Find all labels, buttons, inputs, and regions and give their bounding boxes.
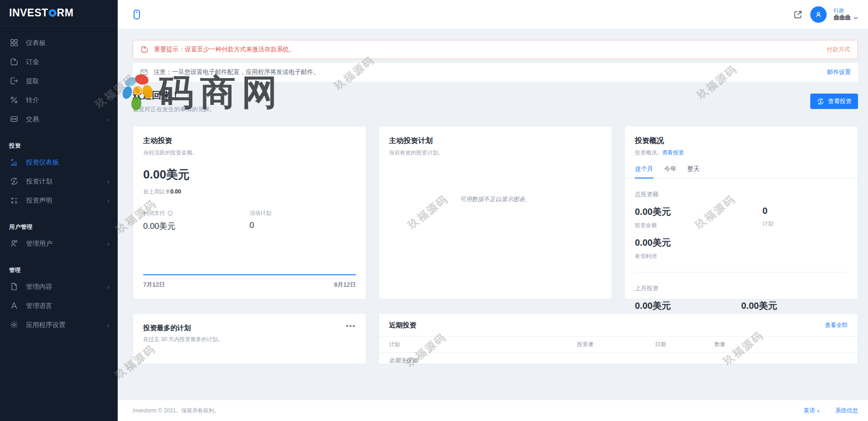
sidebar: INVESTRM 仪表板 订金 提取 转介 (0, 0, 118, 421)
sidebar-item-referrals[interactable]: 转介 (0, 90, 118, 109)
sidebar-item-invest-dashboard[interactable]: 投资仪表板 (0, 153, 118, 172)
active-investment-card: 主动投资 当前活跃的投资金额。 0.00美元 自上周以来0.00 利润支付 0.… (133, 126, 366, 299)
chevron-right-icon: › (107, 178, 110, 185)
email-alert-text: 注意：一旦您设置电子邮件配置，应用程序将发送电子邮件。 (154, 68, 319, 76)
tab-this-month[interactable]: 这个月 (635, 165, 653, 178)
chevron-right-icon: › (107, 116, 110, 123)
recent-investments-card: 近期投资 查看全部 计划 投资者 日期 数量 近期无投资! (379, 313, 858, 364)
mail-icon (140, 68, 148, 76)
logo-o-ring (49, 9, 56, 17)
gear-icon (9, 320, 19, 330)
user-menu[interactable]: 行政 曲曲曲 (834, 7, 858, 22)
col-investor: 投资者 (577, 341, 655, 348)
language-selector[interactable]: 英语∧ (803, 407, 820, 415)
caret-up-icon: ∧ (817, 409, 820, 413)
external-link-icon[interactable] (793, 10, 803, 20)
total-invested-label: 总投资额 (635, 190, 848, 198)
sidebar-item-deposits[interactable]: 订金 (0, 52, 118, 71)
view-all-link[interactable]: 查看全部 (825, 322, 848, 329)
sidebar-item-label: 订金 (26, 58, 39, 66)
sidebar-section-manage: 管理 (0, 267, 118, 274)
user-name: 曲曲曲 (834, 14, 851, 22)
card-subtitle: 在过去 30 天内投资最多的计划。 (143, 336, 223, 343)
chart-date-start: 7月12日 (143, 281, 165, 289)
footer: Investorm © 2021。保留所有权利。 英语∧ 系统信息 (118, 400, 868, 421)
percent-icon (9, 95, 19, 105)
card-title: 主动投资计划 (389, 136, 602, 146)
empty-chart-message: 可用数据不足以显示图表。 (389, 195, 602, 203)
invested-amount-label: 投资金额 (635, 222, 763, 229)
payment-methods-link[interactable]: 付款方式 (827, 45, 850, 54)
top-plans-card: 投资最多的计划 在过去 30 天内投资最多的计划。 ••• (133, 313, 366, 364)
investment-overview-card: 投资概况 投资概况。查看投资 这个月 今年 整天 总投资额 0.00美元 投资金… (624, 126, 858, 299)
page-subtitle: 这是对正在发生的事情的见解。 (133, 105, 215, 114)
plans-count-value: 0 (763, 206, 848, 216)
card-subtitle: 当前有效的投资计划。 (389, 149, 602, 157)
more-menu-icon[interactable]: ••• (346, 324, 356, 328)
paid-profit-value: 0.00美元 (635, 237, 763, 249)
logo-text-pre: INVEST (9, 7, 48, 19)
sidebar-item-label: 应用程序设置 (26, 321, 65, 329)
user-icon (9, 238, 19, 248)
sidebar-item-manage-content[interactable]: 管理内容 › (0, 277, 118, 296)
active-investment-amount: 0.00美元 (143, 167, 356, 183)
deposit-alert-icon (140, 45, 149, 54)
card-subtitle: 投资概况。 (635, 149, 662, 156)
sidebar-item-label: 管理用户 (26, 239, 52, 248)
sidebar-item-manage-language[interactable]: 管理语言 (0, 296, 118, 315)
logo-text-post: RM (57, 7, 74, 19)
paid-profit-label: 有偿利润 (635, 253, 763, 260)
lm-profit-value: 0.00美元 (741, 300, 848, 312)
copyright-text: Investorm © 2021。保留所有权利。 (133, 407, 219, 415)
email-alert: 注意：一旦您设置电子邮件配置，应用程序将发送电子邮件。 邮件设置 (133, 63, 858, 82)
sidebar-item-invest-plans[interactable]: $ 投资计划 › (0, 172, 118, 191)
since-value: 0.00 (170, 188, 181, 195)
active-plans-label: 活动计划 (249, 209, 271, 217)
info-icon[interactable] (167, 210, 173, 216)
sidebar-item-withdrawals[interactable]: 提取 (0, 71, 118, 90)
sidebar-item-label: 管理内容 (26, 282, 52, 291)
avatar[interactable] (810, 6, 827, 23)
sidebar-item-label: 管理语言 (26, 302, 52, 310)
since-label: 自上周以来 (143, 188, 170, 195)
view-investments-link[interactable]: 查看投资 (662, 149, 684, 156)
sparkline-chart (143, 274, 356, 275)
sidebar-item-manage-users[interactable]: 管理用户 › (0, 234, 118, 253)
chevron-right-icon: › (107, 283, 110, 290)
plans-count-label: 计划 (763, 220, 848, 228)
sidebar-item-label: 交易 (26, 115, 39, 124)
col-plan: 计划 (389, 341, 577, 348)
col-date: 日期 (655, 341, 714, 348)
sidebar-toggle-icon[interactable] (132, 9, 142, 22)
sidebar-item-label: 投资仪表板 (26, 158, 59, 167)
tab-this-year[interactable]: 今年 (664, 165, 677, 178)
card-title: 投资概况 (635, 136, 848, 146)
chart-bars-icon (9, 157, 19, 167)
sidebar-item-dashboard[interactable]: 仪表板 (0, 33, 118, 52)
profit-paid-value: 0.00美元 (143, 221, 249, 232)
calc-icon (9, 195, 19, 205)
dashboard-icon (9, 38, 19, 48)
system-info-link[interactable]: 系统信息 (835, 407, 858, 415)
view-investments-button[interactable]: $ 查看投资 (810, 94, 858, 109)
chevron-right-icon: › (107, 322, 110, 328)
overview-tabs: 这个月 今年 整天 (625, 165, 858, 178)
tab-all-time[interactable]: 整天 (688, 165, 700, 178)
chevron-right-icon: › (107, 197, 110, 204)
divider (635, 272, 848, 272)
chart-date-end: 8月12日 (334, 281, 356, 289)
refresh-dollar-icon: $ (9, 176, 19, 186)
sidebar-item-invest-statements[interactable]: 投资声明 › (0, 191, 118, 210)
chevron-right-icon: › (107, 240, 110, 247)
email-settings-link[interactable]: 邮件设置 (827, 68, 851, 76)
payment-alert: 重要提示：设置至少一种付款方式来激活存款系统。 付款方式 (133, 40, 858, 59)
sidebar-item-app-settings[interactable]: 应用程序设置 › (0, 315, 118, 334)
invested-amount-value: 0.00美元 (635, 206, 763, 218)
sidebar-item-label: 投资声明 (26, 196, 52, 205)
top-header: 行政 曲曲曲 (118, 0, 868, 29)
sidebar-item-transactions[interactable]: 交易 › (0, 109, 118, 129)
sidebar-section-invest: 投资 (0, 142, 118, 150)
page-title: 欢迎回来！ (133, 89, 215, 102)
active-plans-card: 主动投资计划 当前有效的投资计划。 可用数据不足以显示图表。 (379, 126, 612, 299)
user-role: 行政 (834, 7, 858, 15)
